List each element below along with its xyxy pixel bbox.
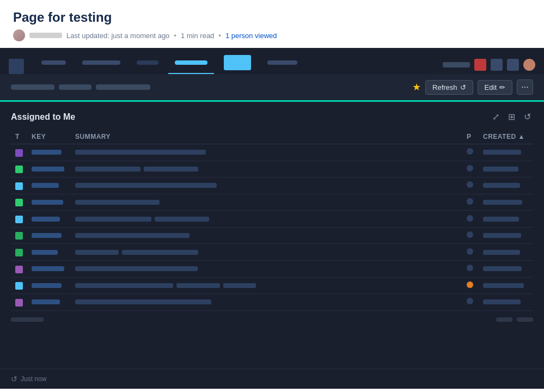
table-row[interactable] xyxy=(11,211,533,228)
summary-blob xyxy=(223,283,256,288)
summary-blob xyxy=(75,250,119,255)
cell-summary xyxy=(71,211,462,228)
table-row[interactable] xyxy=(11,244,533,261)
col-created[interactable]: Created ▲ xyxy=(479,130,533,144)
refresh-label: Refresh xyxy=(432,83,457,91)
cell-key[interactable] xyxy=(27,227,71,244)
table-row[interactable] xyxy=(11,144,533,161)
cell-key[interactable] xyxy=(27,211,71,228)
cell-priority xyxy=(462,211,479,228)
cell-key[interactable] xyxy=(27,277,71,294)
summary-blob xyxy=(75,167,140,171)
type-icon xyxy=(15,182,23,190)
table-header: T Key Summary P Created ▲ xyxy=(11,130,533,144)
meta-name-blob xyxy=(29,32,62,40)
key-blob xyxy=(32,150,62,155)
cell-priority xyxy=(462,227,479,244)
cell-key[interactable] xyxy=(27,194,71,211)
footer-blob-left xyxy=(11,317,44,322)
sync-label: Just now xyxy=(21,375,46,383)
summary-blob xyxy=(75,266,198,271)
more-button[interactable]: ··· xyxy=(517,79,533,95)
star-button[interactable]: ★ xyxy=(412,81,421,93)
col-priority: P xyxy=(462,130,479,144)
priority-icon xyxy=(467,148,473,155)
cell-key[interactable] xyxy=(27,144,71,161)
key-blob xyxy=(32,283,62,288)
avatar xyxy=(13,29,25,41)
cell-type xyxy=(11,260,27,277)
sync-footer: ↺ Just now xyxy=(0,369,544,389)
table-row[interactable] xyxy=(11,194,533,211)
summary-blob xyxy=(75,299,211,304)
key-blob xyxy=(32,266,64,271)
summary-blob xyxy=(75,217,151,222)
cell-type xyxy=(11,144,27,161)
meta-read-time: 1 min read xyxy=(181,32,214,40)
cell-priority xyxy=(462,260,479,277)
cell-created xyxy=(479,227,533,244)
created-blob xyxy=(483,217,519,222)
table-row[interactable] xyxy=(11,260,533,277)
table-row[interactable] xyxy=(11,294,533,311)
type-icon xyxy=(15,299,23,307)
key-blob xyxy=(32,217,60,222)
cell-key[interactable] xyxy=(27,294,71,311)
cell-key[interactable] xyxy=(27,260,71,277)
refresh-button[interactable]: Refresh ↺ xyxy=(425,80,473,95)
cell-summary xyxy=(71,161,462,177)
cell-key[interactable] xyxy=(27,161,71,177)
cell-key[interactable] xyxy=(27,177,71,194)
nav-tabs-left xyxy=(35,52,304,74)
edit-label: Edit xyxy=(485,83,497,91)
nav-tab-1[interactable] xyxy=(35,52,72,74)
nav-icon-red[interactable] xyxy=(474,59,486,71)
page-title: Page for testing xyxy=(13,10,531,25)
table-body xyxy=(11,144,533,311)
expand-button[interactable]: ⤢ xyxy=(490,111,502,123)
cell-summary xyxy=(71,194,462,211)
nav-icon-blue2[interactable] xyxy=(507,59,519,71)
key-blob xyxy=(32,250,58,255)
edit-icon: ✏ xyxy=(499,83,505,91)
cell-created xyxy=(479,211,533,228)
created-blob xyxy=(483,183,520,188)
created-blob xyxy=(483,283,524,288)
col-key: Key xyxy=(27,130,71,144)
cell-priority xyxy=(462,194,479,211)
cell-key[interactable] xyxy=(27,244,71,261)
cell-priority xyxy=(462,161,479,177)
cell-summary xyxy=(71,277,462,294)
summary-blob xyxy=(75,200,160,205)
nav-tab-highlight[interactable] xyxy=(217,52,258,74)
table-row[interactable] xyxy=(11,161,533,177)
toolbar-left xyxy=(11,84,150,90)
table-row[interactable] xyxy=(11,277,533,294)
priority-icon xyxy=(467,281,473,288)
section-refresh-button[interactable]: ↺ xyxy=(522,111,533,123)
edit-button[interactable]: Edit ✏ xyxy=(478,80,512,95)
cell-priority xyxy=(462,277,479,294)
created-blob xyxy=(483,150,521,155)
breadcrumb-blob-2 xyxy=(59,84,91,90)
cell-type xyxy=(11,211,27,228)
type-icon xyxy=(15,149,23,157)
nav-icon-blue[interactable] xyxy=(491,59,503,71)
summary-blob xyxy=(144,167,198,171)
cell-type xyxy=(11,277,27,294)
nav-tab-active[interactable] xyxy=(168,52,214,74)
nav-avatar[interactable] xyxy=(523,59,535,71)
meta-viewers-link[interactable]: 1 person viewed xyxy=(225,32,277,40)
table-row[interactable] xyxy=(11,177,533,194)
page-meta: Last updated: just a moment ago • 1 min … xyxy=(13,29,531,41)
table-row[interactable] xyxy=(11,227,533,244)
nav-tab-3[interactable] xyxy=(130,52,165,74)
cell-created xyxy=(479,161,533,177)
priority-icon xyxy=(467,215,473,222)
more-icon: ··· xyxy=(521,82,528,92)
section-actions: ⤢ ⊞ ↺ xyxy=(490,111,533,123)
nav-tab-2[interactable] xyxy=(76,52,127,74)
columns-button[interactable]: ⊞ xyxy=(506,111,517,123)
nav-tab-5[interactable] xyxy=(261,52,304,74)
cell-created xyxy=(479,294,533,311)
